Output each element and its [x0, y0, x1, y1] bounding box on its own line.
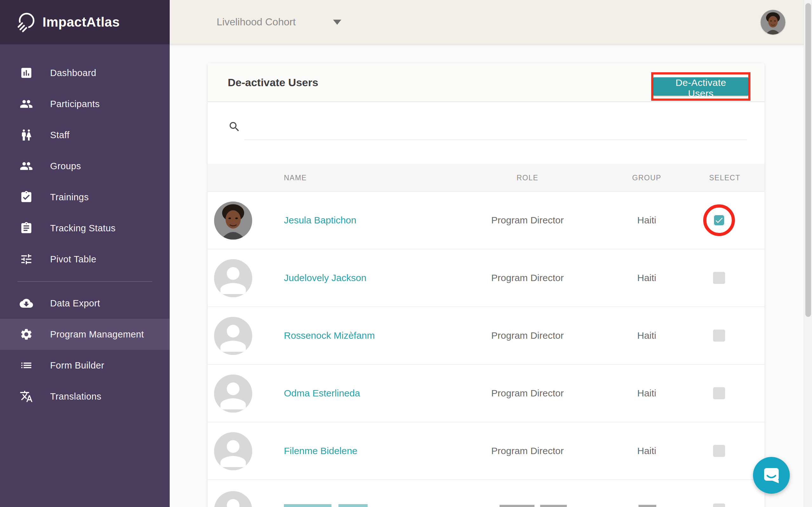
column-header-select: SELECT: [709, 173, 740, 182]
brand-logo-icon: [15, 12, 36, 33]
sidebar-item-translations[interactable]: Translations: [0, 381, 170, 412]
clipped-name-text: [284, 504, 332, 507]
table-row: Filenme Bidelene Program Director Haiti: [208, 422, 764, 480]
select-checkbox[interactable]: [713, 445, 725, 457]
user-role: Program Director: [491, 388, 564, 399]
trainings-icon: [20, 190, 33, 204]
user-group: Haiti: [637, 388, 656, 399]
clipped-group-text: [639, 505, 656, 507]
sidebar: ImpactAtlas Dashboard Participants Staff…: [0, 0, 170, 507]
translations-icon: [20, 390, 33, 403]
user-name-link[interactable]: Jesula Baptichon: [284, 215, 357, 226]
tracking-status-icon: [20, 222, 33, 235]
table-row: Jesula Baptichon Program Director Haiti: [208, 192, 764, 249]
table-row-partial: [208, 480, 764, 507]
search-icon: [228, 120, 241, 133]
scrollbar-thumb[interactable]: [805, 3, 811, 317]
sidebar-item-tracking-status[interactable]: Tracking Status: [0, 213, 170, 244]
sidebar-item-label: Trainings: [50, 192, 89, 203]
avatar-placeholder: [214, 375, 252, 412]
search-input[interactable]: [244, 113, 747, 140]
select-checkbox[interactable]: [713, 330, 725, 342]
table-row: Judelovely Jackson Program Director Hait…: [208, 249, 764, 307]
data-export-icon: [20, 297, 33, 310]
topbar: Livelihood Cohort: [170, 0, 812, 44]
sidebar-item-dashboard[interactable]: Dashboard: [0, 57, 170, 89]
sidebar-item-label: Form Builder: [50, 360, 104, 371]
sidebar-item-pivot-table[interactable]: Pivot Table: [0, 244, 170, 275]
user-name-link[interactable]: Rossenock Mizèfanm: [284, 330, 375, 341]
avatar-placeholder: [214, 317, 252, 355]
sidebar-item-label: Dashboard: [50, 68, 96, 78]
user-portrait-image: [761, 10, 785, 35]
sidebar-item-label: Pivot Table: [50, 254, 96, 265]
sidebar-item-form-builder[interactable]: Form Builder: [0, 350, 170, 381]
sidebar-item-participants[interactable]: Participants: [0, 89, 170, 119]
scrollbar-track: [804, 0, 812, 507]
checkmark-icon: [714, 216, 724, 225]
pivot-table-icon: [20, 252, 33, 266]
column-header-role: ROLE: [517, 173, 539, 182]
user-avatar[interactable]: [761, 10, 785, 35]
user-role: Program Director: [491, 273, 564, 283]
dashboard-icon: [20, 66, 33, 79]
avatar-placeholder: [214, 491, 252, 507]
sidebar-item-label: Program Management: [50, 329, 144, 340]
sidebar-item-label: Data Export: [50, 298, 100, 308]
user-name-link[interactable]: Filenme Bidelene: [284, 446, 357, 456]
chevron-down-icon: [333, 20, 341, 25]
sidebar-item-label: Participants: [50, 99, 100, 109]
user-group: Haiti: [637, 330, 656, 341]
sidebar-item-program-management[interactable]: Program Management: [0, 319, 170, 350]
sidebar-item-label: Tracking Status: [50, 223, 115, 233]
user-group: Haiti: [637, 446, 656, 456]
form-builder-icon: [20, 359, 33, 372]
deactivate-users-button[interactable]: De-Activate Users: [653, 77, 748, 96]
user-name-link[interactable]: Judelovely Jackson: [284, 273, 366, 283]
deactivate-users-card: De-activate Users De-Activate Users NAME…: [208, 63, 764, 507]
user-name-link[interactable]: Odma Esterlineda: [284, 388, 360, 399]
cohort-selector[interactable]: Livelihood Cohort: [217, 16, 341, 28]
clipped-role-text: [500, 505, 535, 507]
logo: ImpactAtlas: [0, 0, 170, 44]
clipped-role-text: [540, 505, 567, 507]
sidebar-item-label: Groups: [50, 161, 81, 171]
avatar-placeholder: [214, 432, 252, 470]
sidebar-item-label: Staff: [50, 130, 69, 140]
sidebar-divider: [17, 281, 152, 282]
program-management-icon: [20, 328, 33, 341]
sidebar-item-data-export[interactable]: Data Export: [0, 288, 170, 319]
user-group: Haiti: [637, 215, 656, 226]
sidebar-item-groups[interactable]: Groups: [0, 151, 170, 181]
staff-icon: [20, 128, 33, 142]
page-title: De-activate Users: [228, 76, 318, 89]
search-section: [208, 102, 764, 164]
table-row: Odma Esterlineda Program Director Haiti: [208, 365, 764, 422]
select-checkbox[interactable]: [713, 272, 725, 284]
card-header: De-activate Users De-Activate Users: [208, 63, 764, 102]
clipped-name-text: [339, 504, 368, 507]
column-header-group: GROUP: [632, 173, 661, 182]
table-row: Rossenock Mizèfanm Program Director Hait…: [208, 307, 764, 365]
column-header-name: NAME: [284, 173, 307, 182]
select-checkbox[interactable]: [713, 387, 725, 399]
user-role: Program Director: [491, 446, 564, 456]
user-group: Haiti: [637, 273, 656, 283]
user-role: Program Director: [491, 215, 564, 226]
avatar-placeholder: [214, 259, 252, 297]
select-checkbox[interactable]: [713, 504, 725, 507]
sidebar-item-label: Translations: [50, 391, 101, 402]
sidebar-item-staff[interactable]: Staff: [0, 119, 170, 151]
user-role: Program Director: [491, 330, 564, 341]
table-header: NAME ROLE GROUP SELECT: [208, 164, 764, 192]
sidebar-item-trainings[interactable]: Trainings: [0, 181, 170, 213]
select-checkbox[interactable]: [713, 214, 725, 226]
brand-name: ImpactAtlas: [43, 14, 120, 30]
participants-icon: [20, 97, 33, 111]
chat-launcher-button[interactable]: [753, 457, 790, 494]
chat-bubble-icon: [762, 465, 781, 485]
groups-icon: [20, 159, 33, 173]
sidebar-nav: Dashboard Participants Staff Groups Trai…: [0, 57, 170, 412]
avatar-photo: [214, 202, 252, 239]
app-screen: ImpactAtlas Dashboard Participants Staff…: [0, 0, 812, 507]
